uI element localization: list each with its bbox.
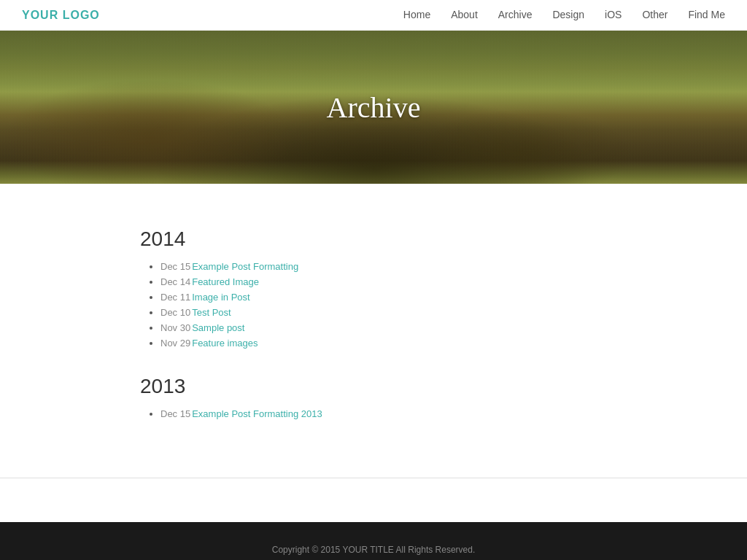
year-heading-2014: 2014 <box>140 228 607 251</box>
list-item: Dec 14Featured Image <box>160 276 607 287</box>
post-date: Nov 30 <box>160 322 190 333</box>
nav-link-find-me[interactable]: Find Me <box>688 9 725 20</box>
nav-link-about[interactable]: About <box>451 9 478 20</box>
list-item: Nov 30Sample post <box>160 322 607 333</box>
post-link[interactable]: Test Post <box>192 307 231 318</box>
post-date: Dec 10 <box>160 307 190 318</box>
post-date: Nov 29 <box>160 338 190 349</box>
copyright-text: Copyright © 2015 YOUR TITLE All Rights R… <box>15 542 732 559</box>
hero-title: Archive <box>327 90 421 125</box>
post-link[interactable]: Sample post <box>192 322 244 333</box>
footer-spacer <box>0 478 747 522</box>
post-list-2014: Dec 15Example Post FormattingDec 14Featu… <box>140 261 607 349</box>
nav-link-home[interactable]: Home <box>403 9 430 20</box>
footer: Copyright © 2015 YOUR TITLE All Rights R… <box>0 522 747 560</box>
list-item: Dec 15Example Post Formatting <box>160 261 607 272</box>
post-date: Dec 15 <box>160 408 190 419</box>
list-item: Nov 29Feature images <box>160 338 607 349</box>
post-link[interactable]: Example Post Formatting 2013 <box>192 408 322 419</box>
nav-link-design[interactable]: Design <box>552 9 584 20</box>
post-list-2013: Dec 15Example Post Formatting 2013 <box>140 408 607 419</box>
post-link[interactable]: Featured Image <box>192 276 259 287</box>
nav-links: HomeAboutArchiveDesigniOSOtherFind Me <box>403 9 725 21</box>
year-heading-2013: 2013 <box>140 375 607 398</box>
post-date: Dec 11 <box>160 292 190 303</box>
post-date: Dec 14 <box>160 276 190 287</box>
navbar: YOUR LOGO HomeAboutArchiveDesigniOSOther… <box>0 0 747 31</box>
nav-link-archive[interactable]: Archive <box>498 9 533 20</box>
post-link[interactable]: Example Post Formatting <box>192 261 298 272</box>
site-logo[interactable]: YOUR LOGO <box>22 9 100 22</box>
main-content: 2014Dec 15Example Post FormattingDec 14F… <box>125 228 622 419</box>
post-date: Dec 15 <box>160 261 190 272</box>
post-link[interactable]: Image in Post <box>192 292 250 303</box>
hero-banner: Archive <box>0 31 747 184</box>
nav-link-ios[interactable]: iOS <box>605 9 622 20</box>
list-item: Dec 15Example Post Formatting 2013 <box>160 408 607 419</box>
list-item: Dec 10Test Post <box>160 307 607 318</box>
post-link[interactable]: Feature images <box>192 338 258 349</box>
nav-link-other[interactable]: Other <box>642 9 667 20</box>
list-item: Dec 11Image in Post <box>160 292 607 303</box>
